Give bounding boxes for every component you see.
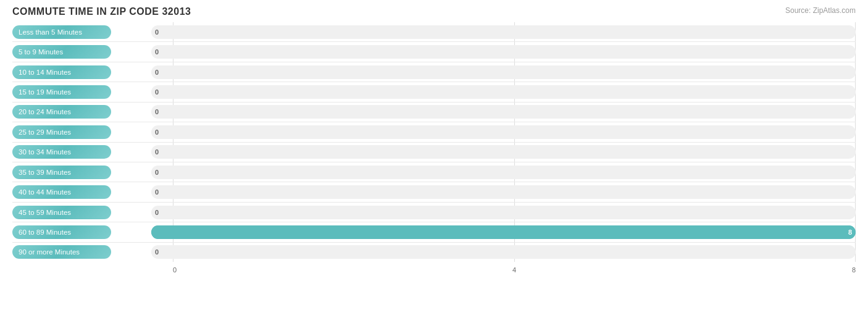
bar-row: 25 to 29 Minutes 0 [12,122,856,142]
bar-pill: 40 to 44 Minutes [12,185,111,199]
bar-track: 0 [151,125,856,139]
bar-label: 5 to 9 Minutes [12,45,148,59]
bar-row: 10 to 14 Minutes 0 [12,62,856,82]
source-label: Source: ZipAtlas.com [785,6,856,15]
bar-pill: 25 to 29 Minutes [12,125,111,139]
bar-label: 35 to 39 Minutes [12,166,148,179]
bar-row: 45 to 59 Minutes 0 [12,203,856,222]
x-label-8: 8 [852,266,856,274]
bar-pill: 30 to 34 Minutes [12,145,111,159]
bar-track: 0 [151,45,856,59]
bar-pill: 10 to 14 Minutes [12,65,111,79]
bar-label: 90 or more Minutes [12,245,148,259]
bar-pill: 45 to 59 Minutes [12,206,111,219]
bar-pill: 15 to 19 Minutes [12,85,111,99]
bar-track: 8 [151,225,856,239]
bar-pill: 20 to 24 Minutes [12,105,111,119]
chart-container: COMMUTE TIME IN ZIP CODE 32013 Source: Z… [0,0,868,323]
bar-value: 0 [155,188,159,196]
bar-row: 90 or more Minutes 0 [12,243,856,262]
bar-value: 0 [155,169,159,176]
bar-row: 30 to 34 Minutes 0 [12,143,856,162]
bar-track: 0 [151,245,856,259]
bar-pill: 5 to 9 Minutes [12,45,111,59]
bar-value: 0 [155,128,159,136]
bar-label: 30 to 34 Minutes [12,145,148,159]
bars-wrapper: Less than 5 Minutes 0 5 to 9 Minutes 0 1… [12,22,856,262]
x-axis: 0 4 8 [173,262,856,277]
bar-label: 40 to 44 Minutes [12,185,148,199]
chart-title: COMMUTE TIME IN ZIP CODE 32013 [12,6,856,17]
bar-label: 60 to 89 Minutes [12,225,148,239]
chart-area: Less than 5 Minutes 0 5 to 9 Minutes 0 1… [12,22,856,277]
bar-value: 0 [155,108,159,115]
x-label-0: 0 [173,266,177,274]
bar-value: 0 [155,148,159,156]
bar-label: 45 to 59 Minutes [12,206,148,219]
bar-pill: 90 or more Minutes [12,245,111,259]
bar-value: 0 [155,28,159,36]
bar-label: 25 to 29 Minutes [12,125,148,139]
bar-track: 0 [151,65,856,79]
bar-value: 8 [848,229,852,236]
bar-value: 0 [155,209,159,216]
bar-row: Less than 5 Minutes 0 [12,22,856,42]
bar-row: 20 to 24 Minutes 0 [12,103,856,122]
bar-label: 15 to 19 Minutes [12,85,148,99]
bar-pill: 35 to 39 Minutes [12,166,111,179]
bar-value: 0 [155,248,159,256]
bar-pill: 60 to 89 Minutes [12,225,111,239]
bar-track: 0 [151,85,856,99]
bar-track: 0 [151,206,856,219]
bar-label: 20 to 24 Minutes [12,105,148,119]
bar-label: Less than 5 Minutes [12,25,148,39]
bar-row: 60 to 89 Minutes 8 [12,222,856,242]
bar-value: 0 [155,48,159,56]
bar-track: 0 [151,105,856,119]
bar-row: 35 to 39 Minutes 0 [12,162,856,182]
bar-value: 0 [155,88,159,96]
bar-value: 0 [155,69,159,76]
bar-track: 0 [151,185,856,199]
bar-track: 0 [151,25,856,39]
bar-label: 10 to 14 Minutes [12,65,148,79]
bar-pill: Less than 5 Minutes [12,25,111,39]
bar-row: 5 to 9 Minutes 0 [12,42,856,62]
bar-track: 0 [151,166,856,179]
bar-row: 40 to 44 Minutes 0 [12,182,856,202]
bar-row: 15 to 19 Minutes 0 [12,82,856,102]
x-label-4: 4 [512,266,516,274]
bar-fill [151,225,856,239]
bar-track: 0 [151,145,856,159]
